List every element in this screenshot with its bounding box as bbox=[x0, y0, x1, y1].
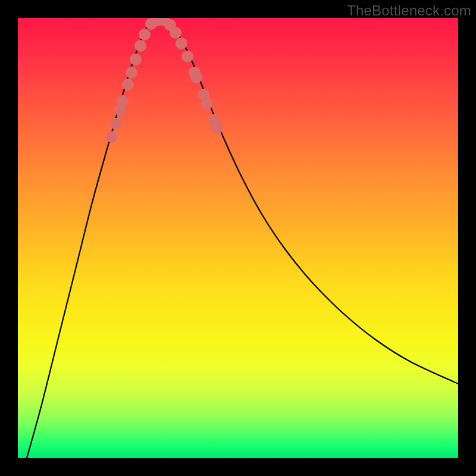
data-point-15 bbox=[181, 51, 193, 62]
data-point-8 bbox=[139, 29, 151, 40]
chart-frame: TheBottleneck.com bbox=[0, 0, 476, 476]
data-point-0 bbox=[106, 131, 118, 143]
watermark-text: TheBottleneck.com bbox=[347, 2, 471, 19]
data-point-6 bbox=[130, 54, 142, 65]
data-point-19 bbox=[201, 98, 213, 109]
data-point-17 bbox=[190, 71, 202, 83]
data-point-4 bbox=[122, 79, 134, 90]
data-point-21 bbox=[211, 122, 223, 134]
data-point-1 bbox=[110, 118, 122, 130]
bottleneck-curve-line bbox=[27, 18, 458, 458]
data-point-group bbox=[106, 18, 223, 143]
chart-svg bbox=[18, 18, 458, 458]
data-point-3 bbox=[117, 95, 129, 107]
data-point-14 bbox=[176, 37, 187, 49]
data-point-13 bbox=[170, 27, 181, 39]
data-point-7 bbox=[134, 40, 146, 52]
data-point-5 bbox=[126, 67, 137, 79]
plot-area bbox=[18, 18, 458, 458]
